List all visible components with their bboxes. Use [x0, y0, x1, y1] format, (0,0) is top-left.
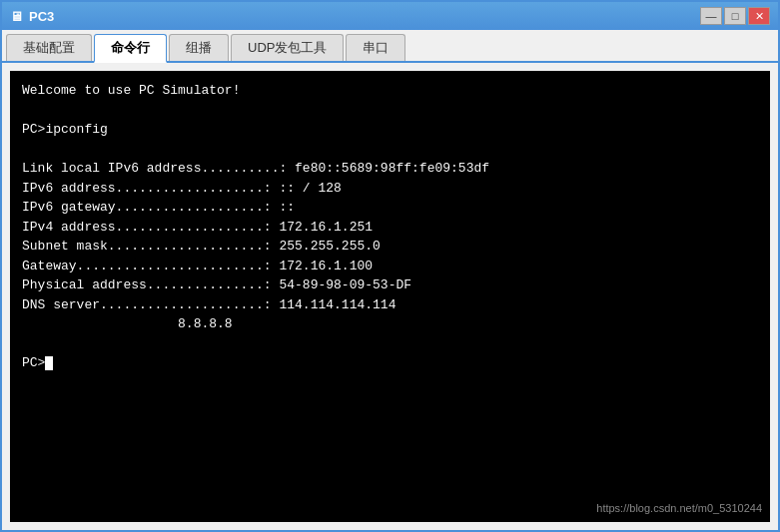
command-line: PC>ipconfig [22, 122, 108, 137]
tab-serial[interactable]: 串口 [346, 34, 405, 61]
tab-udp[interactable]: UDP发包工具 [231, 34, 344, 61]
window-controls: — □ ✕ [700, 7, 770, 25]
physical-line: Physical address...............: 54-89-9… [22, 277, 411, 292]
title-bar: 🖥 PC3 — □ ✕ [2, 2, 778, 30]
window-title: 🖥 PC3 [10, 9, 54, 24]
tab-basic[interactable]: 基础配置 [6, 34, 92, 61]
tab-command[interactable]: 命令行 [94, 34, 167, 63]
terminal[interactable]: Welcome to use PC Simulator! PC>ipconfig… [10, 71, 770, 522]
cursor [45, 356, 53, 370]
tab-bar: 基础配置 命令行 组播 UDP发包工具 串口 [2, 30, 778, 63]
prompt-line: PC> [22, 355, 53, 370]
gateway-line: Gateway........................: 172.16.… [22, 259, 373, 273]
ipv4-addr-line: IPv4 address...................: 172.16.… [22, 220, 373, 235]
window-icon: 🖥 [10, 9, 23, 24]
ipv6-addr-line: IPv6 address...................: :: / 12… [22, 181, 342, 196]
maximize-button[interactable]: □ [724, 7, 746, 25]
welcome-message: Welcome to use PC Simulator! [22, 83, 240, 98]
ipv6-gw-line: IPv6 gateway...................: :: [22, 200, 295, 215]
link-ipv6-line: Link local IPv6 address..........: fe80:… [22, 161, 489, 176]
window-title-label: PC3 [29, 9, 54, 24]
watermark: https://blog.csdn.net/m0_5310244 [596, 502, 762, 514]
close-button[interactable]: ✕ [748, 7, 770, 25]
subnet-line: Subnet mask....................: 255.255… [22, 239, 381, 254]
tab-multicast[interactable]: 组播 [169, 34, 229, 61]
terminal-wrapper: Welcome to use PC Simulator! PC>ipconfig… [2, 63, 778, 530]
dns-line: DNS server.....................: 114.114… [22, 297, 395, 312]
main-window: 🖥 PC3 — □ ✕ 基础配置 命令行 组播 UDP发包工具 串口 Welco… [0, 0, 780, 532]
terminal-content: Welcome to use PC Simulator! PC>ipconfig… [22, 81, 758, 373]
minimize-button[interactable]: — [700, 7, 722, 25]
